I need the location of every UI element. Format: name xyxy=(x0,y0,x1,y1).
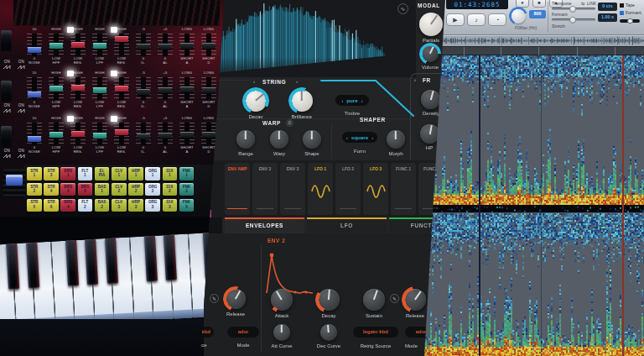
formant-checkbox[interactable]: Formant xyxy=(620,10,643,15)
preset-button[interactable]: STR5 xyxy=(27,199,42,212)
preset-button[interactable]: FLT2 xyxy=(78,199,93,212)
slider[interactable] xyxy=(201,77,216,100)
mix-mini-slider[interactable] xyxy=(620,19,640,23)
f0max-knob[interactable] xyxy=(511,8,526,24)
slider-cap[interactable] xyxy=(180,132,194,138)
slider-cap[interactable] xyxy=(202,43,216,49)
preset-button[interactable]: ORG2 xyxy=(145,183,160,196)
timbre-selector[interactable]: ‹ pure › xyxy=(335,95,369,106)
preset-button[interactable]: STR1 xyxy=(27,167,42,181)
slider-cap[interactable] xyxy=(28,47,41,53)
slider[interactable] xyxy=(70,123,86,145)
slider-cap[interactable] xyxy=(71,131,85,137)
preset-button[interactable]: BAS2 xyxy=(95,199,110,212)
brilliance-knob[interactable] xyxy=(291,90,313,112)
preset-button[interactable]: STR2 xyxy=(27,183,42,196)
slider-cap[interactable] xyxy=(137,44,150,50)
slider[interactable] xyxy=(92,34,107,56)
slider-cap[interactable] xyxy=(115,86,128,92)
density-knob[interactable] xyxy=(421,90,440,109)
link-label[interactable]: LINK xyxy=(587,1,596,6)
preset-button[interactable]: STR3 xyxy=(44,167,59,181)
section-tab[interactable]: ENVELOPES xyxy=(225,217,304,233)
preset-button[interactable]: HRP1 xyxy=(128,167,143,181)
sustain-knob[interactable] xyxy=(363,289,385,311)
slider-cap[interactable] xyxy=(180,86,194,92)
slider[interactable] xyxy=(70,77,86,100)
attack-knob[interactable] xyxy=(271,289,293,311)
string-prev-icon[interactable]: ‹ xyxy=(253,79,255,84)
preset-button[interactable]: HRP2 xyxy=(128,183,143,196)
wave-icon[interactable]: ∿ xyxy=(397,3,408,14)
slider-cap[interactable] xyxy=(71,85,85,91)
preset-button[interactable]: BRS2 xyxy=(60,183,75,196)
slider-cap[interactable] xyxy=(158,133,172,139)
slider[interactable] xyxy=(92,123,107,145)
slider[interactable] xyxy=(27,34,42,56)
mod-tab[interactable]: ENV AMP xyxy=(225,163,250,215)
slider-cap[interactable] xyxy=(115,129,128,135)
preset-button[interactable]: ORG1 xyxy=(145,167,160,181)
partials-knob[interactable] xyxy=(419,13,443,36)
hp-knob[interactable] xyxy=(420,124,439,144)
mod-tab[interactable]: ENV 3 xyxy=(280,163,305,215)
preset-button[interactable]: FNK5 xyxy=(179,199,195,212)
slider[interactable] xyxy=(136,77,151,100)
preset-button[interactable]: BRS1 xyxy=(60,167,75,181)
pencil-icon[interactable]: ✎ xyxy=(210,294,219,303)
decay-knob[interactable] xyxy=(245,90,267,112)
slider-cap[interactable] xyxy=(49,43,63,49)
link-icon[interactable]: ⇆ xyxy=(581,1,584,6)
slider-cap[interactable] xyxy=(158,44,172,50)
preset-button[interactable]: HRP3 xyxy=(128,199,143,212)
slider-cap[interactable] xyxy=(137,89,150,95)
waveform-switch[interactable]: ON xyxy=(2,103,13,113)
slider[interactable] xyxy=(49,34,64,56)
preset-button[interactable]: STR4 xyxy=(44,183,59,196)
slider[interactable] xyxy=(114,34,129,56)
preset-button[interactable]: FNK2 xyxy=(179,183,195,196)
preset-button[interactable]: FNK1 xyxy=(179,167,195,181)
preset-button[interactable]: GUI3 xyxy=(163,199,178,212)
slider-cap[interactable] xyxy=(93,43,106,49)
clock-button[interactable]: ◔ xyxy=(488,13,506,26)
slider[interactable] xyxy=(136,123,151,145)
morph-knob[interactable] xyxy=(387,130,405,149)
preset-button[interactable]: CLV3 xyxy=(112,199,127,212)
slider-cap[interactable] xyxy=(202,87,216,93)
mod-tab[interactable]: LFO 3 xyxy=(363,163,388,215)
slider-cap[interactable] xyxy=(202,132,216,138)
preset-button[interactable]: FLT1 xyxy=(78,167,93,181)
slider[interactable] xyxy=(70,34,86,56)
formant-value[interactable]: 1.00 x xyxy=(598,13,617,22)
play-button[interactable]: ▶ xyxy=(446,13,465,26)
range-knob[interactable] xyxy=(236,130,255,149)
preset-button[interactable]: STR6 xyxy=(44,199,59,212)
transpose-value[interactable]: 0 cts xyxy=(598,3,617,11)
mod-tab[interactable]: LFO 1 xyxy=(308,163,333,215)
retrig-source-button[interactable]: legato kbd xyxy=(353,327,398,338)
slider[interactable] xyxy=(114,123,129,145)
preset-button[interactable]: ORG3 xyxy=(145,199,160,212)
slider[interactable] xyxy=(179,123,195,145)
att-curve-knob[interactable] xyxy=(273,324,290,341)
slider[interactable] xyxy=(179,34,195,56)
slider-cap[interactable] xyxy=(93,87,106,93)
stop-button[interactable]: ■ xyxy=(532,0,546,8)
preset-button[interactable]: BRS3 xyxy=(78,183,93,196)
dec-curve-knob[interactable] xyxy=(320,324,337,341)
shape-knob[interactable] xyxy=(303,130,321,149)
slider[interactable] xyxy=(27,77,42,100)
formant-slider[interactable] xyxy=(552,18,595,21)
string-next-icon[interactable]: › xyxy=(296,79,298,84)
transpose-slider[interactable] xyxy=(552,8,595,10)
slider-cap[interactable] xyxy=(93,133,106,139)
f0max-value[interactable]: 800 xyxy=(529,10,546,18)
note-button[interactable]: ♪ xyxy=(467,13,486,26)
slider[interactable] xyxy=(158,34,173,56)
slider-cap[interactable] xyxy=(71,42,85,48)
slider[interactable] xyxy=(27,123,42,145)
preset-button[interactable]: CLV1 xyxy=(112,167,127,181)
preset-button[interactable]: CLV2 xyxy=(112,183,127,196)
preset-button[interactable]: BRS4 xyxy=(60,199,75,212)
